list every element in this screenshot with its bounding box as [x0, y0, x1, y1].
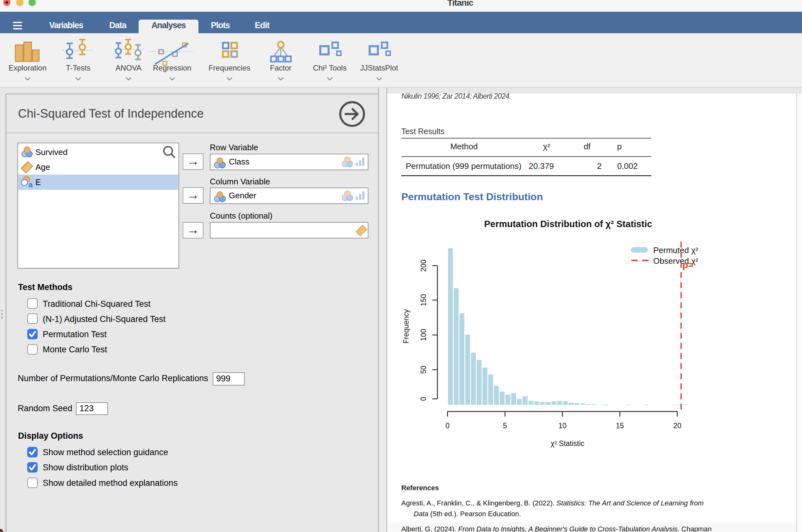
svg-text:p=: p=: [683, 260, 694, 270]
svg-text:0: 0: [419, 397, 428, 401]
svg-text:50: 50: [419, 366, 428, 374]
svg-text:20: 20: [673, 422, 682, 430]
svg-text:5: 5: [503, 422, 507, 430]
svg-text:Frequency: Frequency: [402, 309, 410, 343]
svg-text:200: 200: [419, 260, 428, 272]
svg-text:15: 15: [616, 422, 624, 430]
svg-text:Permuted χ²: Permuted χ²: [653, 245, 698, 255]
svg-text:10: 10: [558, 422, 566, 430]
svg-text:Permutation Distribution of χ²: Permutation Distribution of χ² Statistic: [484, 219, 652, 229]
svg-text:100: 100: [419, 329, 428, 341]
svg-text:a: a: [29, 180, 33, 189]
svg-text:0: 0: [446, 422, 450, 430]
svg-text:150: 150: [419, 294, 428, 306]
svg-text:χ² Statistic: χ² Statistic: [551, 439, 584, 448]
